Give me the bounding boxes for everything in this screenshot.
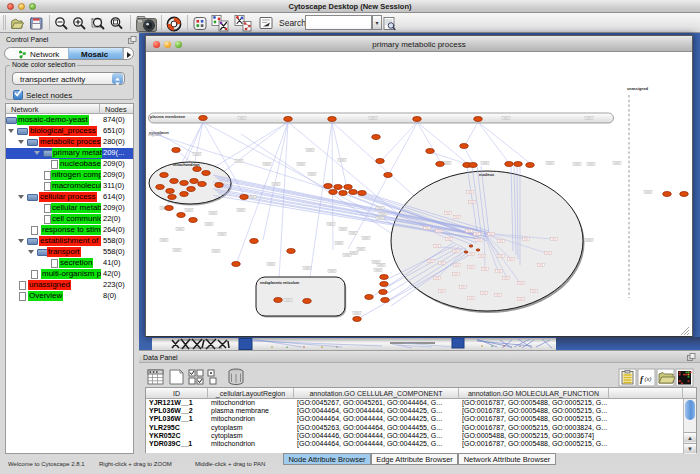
svg-text:plasma membrane: plasma membrane bbox=[150, 114, 186, 119]
svg-text:endoplasmic reticulum: endoplasmic reticulum bbox=[260, 281, 299, 285]
svg-text:nucleus: nucleus bbox=[479, 172, 495, 177]
svg-text:(x): (x) bbox=[645, 376, 652, 382]
svg-text:unassigned: unassigned bbox=[627, 87, 649, 91]
svg-text:mitochondrion: mitochondrion bbox=[173, 163, 200, 167]
